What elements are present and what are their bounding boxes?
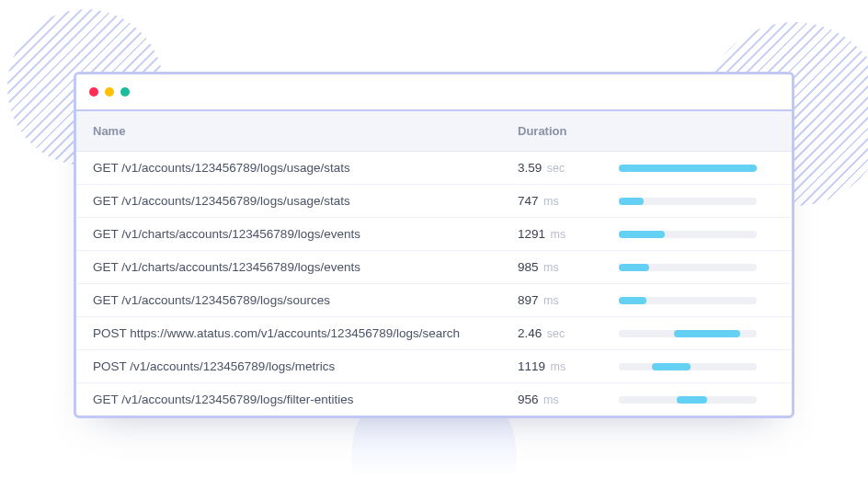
request-name: POST https://www.atatus.com/v1/accounts/… [93, 326, 518, 340]
table-row[interactable]: GET /v1/accounts/123456789/logs/usage/st… [76, 185, 792, 218]
window-close-icon[interactable] [89, 87, 98, 97]
timeline-cell [619, 396, 775, 404]
timeline-bar [619, 231, 665, 238]
timeline-track [619, 330, 757, 337]
timeline-track [619, 396, 757, 404]
table-row[interactable]: GET /v1/charts/accounts/123456789/logs/e… [76, 251, 792, 284]
table-row[interactable]: GET /v1/accounts/123456789/logs/filter-e… [76, 383, 792, 416]
timeline-cell [619, 231, 775, 238]
timeline-bar [619, 198, 644, 205]
request-name: GET /v1/accounts/123456789/logs/usage/st… [93, 194, 518, 208]
column-header-name[interactable]: Name [93, 124, 518, 138]
timeline-bar [619, 165, 757, 172]
timeline-bar [677, 396, 707, 404]
table-row[interactable]: POST https://www.atatus.com/v1/accounts/… [76, 317, 792, 350]
timeline-cell [619, 297, 775, 304]
request-duration: 1291 ms [518, 227, 619, 241]
window-minimize-icon[interactable] [105, 87, 114, 97]
request-name: GET /v1/accounts/123456789/logs/usage/st… [93, 161, 518, 175]
timeline-track [619, 264, 757, 271]
request-duration: 985 ms [518, 260, 619, 274]
timeline-track [619, 198, 757, 205]
timeline-track [619, 165, 757, 172]
request-name: GET /v1/charts/accounts/123456789/logs/e… [93, 260, 518, 274]
request-duration: 897 ms [518, 293, 619, 307]
timeline-cell [619, 330, 775, 337]
request-name: POST /v1/accounts/123456789/logs/metrics [93, 359, 518, 373]
table-row[interactable]: GET /v1/accounts/123456789/logs/usage/st… [76, 152, 792, 185]
request-duration: 2.46 sec [518, 326, 619, 340]
table-header: Name Duration [76, 111, 792, 152]
column-header-duration[interactable]: Duration [518, 124, 619, 138]
table-row[interactable]: GET /v1/accounts/123456789/logs/sources8… [76, 284, 792, 317]
table-row[interactable]: GET /v1/charts/accounts/123456789/logs/e… [76, 218, 792, 251]
timeline-bar [619, 297, 646, 304]
timeline-bar [674, 330, 740, 337]
window-maximize-icon[interactable] [120, 87, 130, 97]
window-titlebar [76, 74, 792, 111]
timeline-bar [652, 363, 691, 370]
timeline-track [619, 363, 757, 370]
request-name: GET /v1/accounts/123456789/logs/filter-e… [93, 393, 518, 406]
browser-window: Name Duration GET /v1/accounts/123456789… [74, 72, 794, 418]
request-name: GET /v1/charts/accounts/123456789/logs/e… [93, 227, 518, 241]
column-header-timeline [619, 124, 775, 138]
request-name: GET /v1/accounts/123456789/logs/sources [93, 293, 518, 307]
request-duration: 1119 ms [518, 359, 619, 373]
request-duration: 956 ms [518, 393, 619, 406]
timeline-track [619, 297, 757, 304]
timeline-track [619, 231, 757, 238]
table-row[interactable]: POST /v1/accounts/123456789/logs/metrics… [76, 350, 792, 383]
timeline-cell [619, 198, 775, 205]
timeline-cell [619, 264, 775, 271]
timeline-cell [619, 165, 775, 172]
table-body: GET /v1/accounts/123456789/logs/usage/st… [76, 152, 792, 416]
request-duration: 747 ms [518, 194, 619, 208]
timeline-bar [619, 264, 649, 271]
timeline-cell [619, 363, 775, 370]
request-duration: 3.59 sec [518, 161, 619, 175]
